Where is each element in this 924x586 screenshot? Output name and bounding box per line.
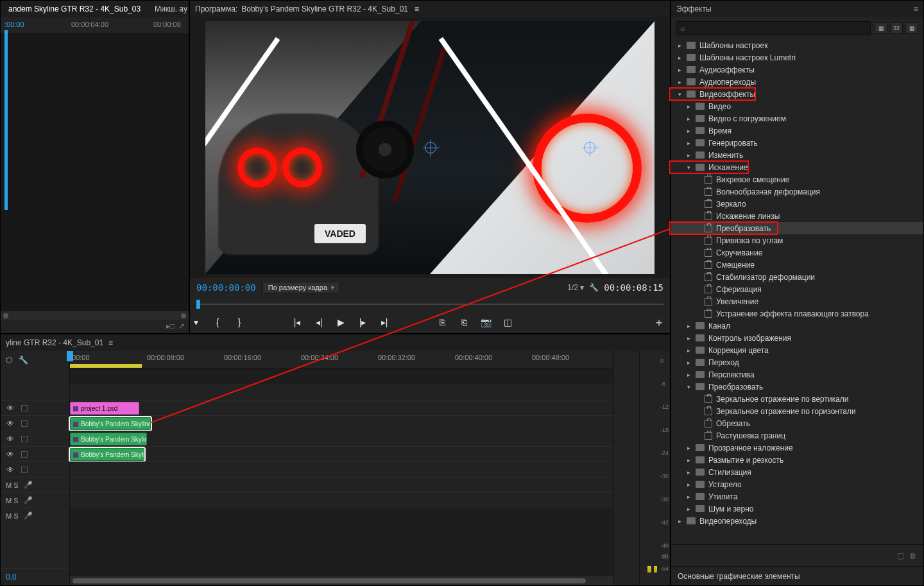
export-frame-icon[interactable]: 📷 <box>480 316 492 328</box>
step-back-icon[interactable]: ◂| <box>313 316 325 328</box>
audio-lane[interactable] <box>70 492 613 508</box>
video-track-header[interactable]: 👁 <box>1 446 69 461</box>
effects-folder[interactable]: ▸Стилизация <box>671 466 923 478</box>
source-tab-1[interactable]: andem Skyline GTR R32 - 4K_Sub_03 <box>4 2 144 16</box>
effects-folder[interactable]: ▸Прозрачное наложение <box>671 442 923 454</box>
eye-icon[interactable]: 👁 <box>6 419 15 428</box>
disclosure-icon[interactable]: ▸ <box>685 469 692 476</box>
video-lane[interactable]: Bobby's Pandem Skyline <box>70 415 613 431</box>
goto-in-icon[interactable]: |◂ <box>291 316 303 328</box>
effects-folder[interactable]: ▸Шум и зерно <box>671 503 923 515</box>
effects-folder[interactable]: ▸Генерировать <box>671 137 923 149</box>
add-button-icon[interactable]: ＋ <box>653 315 665 330</box>
effects-folder[interactable]: ▸Канал <box>671 320 923 332</box>
disclosure-icon[interactable]: ▸ <box>685 140 692 146</box>
source-scrollbar[interactable] <box>1 311 189 320</box>
timeline-clip[interactable]: Bobby's Pandem Skyline <box>70 417 151 430</box>
effects-item[interactable]: Скручивание <box>671 246 923 259</box>
video-track-header[interactable]: 👁 <box>1 400 69 415</box>
effects-item[interactable]: Сферизация <box>671 283 923 295</box>
work-area[interactable] <box>70 364 142 368</box>
zoom-dropdown[interactable]: По размеру кадра ▾ <box>262 282 340 293</box>
video-track-header[interactable]: 👁 <box>1 461 69 477</box>
effects-folder[interactable]: ▾Видеоэффекты <box>671 88 923 100</box>
disclosure-icon[interactable]: ▸ <box>685 359 692 366</box>
disclosure-icon[interactable]: ▸ <box>685 457 692 463</box>
settings-wrench-icon[interactable]: 🔧 <box>589 283 599 292</box>
eye-icon[interactable]: 👁 <box>6 435 15 444</box>
source-tab-2[interactable]: Микш. ау <box>151 2 189 16</box>
effects-folder[interactable]: ▸Видео с погружением <box>671 112 923 125</box>
program-tc-current[interactable]: 00:00:00:00 <box>196 282 256 293</box>
disclosure-icon[interactable]: ▸ <box>676 79 683 85</box>
panel-menu-icon[interactable]: ≡ <box>415 4 419 13</box>
disclosure-icon[interactable]: ▸ <box>685 116 692 122</box>
disclosure-icon[interactable]: ▸ <box>685 445 692 451</box>
disclosure-icon[interactable]: ▾ <box>685 164 692 171</box>
effects-item[interactable]: Смещение <box>671 259 923 271</box>
trash-icon[interactable]: 🗑 <box>909 551 917 560</box>
out-point-icon[interactable]: } <box>234 316 245 328</box>
disclosure-icon[interactable]: ▸ <box>685 506 692 512</box>
play-icon[interactable]: ▶ <box>335 316 346 328</box>
settings-wrench-icon[interactable]: 🔧 <box>19 356 28 365</box>
source-ruler[interactable]: :00:00 00:00:04:00 00:00:08 <box>1 17 189 34</box>
timeline-clip[interactable]: Bobby's Pandem Skylin <box>70 448 144 461</box>
anchor-point-icon[interactable] <box>425 142 436 153</box>
audio-track-header[interactable]: M S🎤 <box>1 477 69 492</box>
disclosure-icon[interactable]: ▸ <box>685 347 692 354</box>
lift-icon[interactable]: ⎘ <box>436 316 448 328</box>
effects-tree[interactable]: ▸Шаблоны настроек▸Шаблоны настроек Lumet… <box>671 39 923 544</box>
effects-folder[interactable]: ▸Контроль изображения <box>671 332 923 344</box>
program-scrub[interactable] <box>196 297 663 311</box>
audio-lane[interactable] <box>70 461 613 477</box>
marker-add-icon[interactable]: ▾ <box>190 316 201 328</box>
disclosure-icon[interactable]: ▸ <box>685 152 692 159</box>
effects-search-input[interactable]: ⌕ <box>676 21 871 35</box>
effects-folder[interactable]: ▸Видеопереходы <box>671 515 923 527</box>
disclosure-icon[interactable]: ▸ <box>685 128 692 134</box>
anchor-point-icon[interactable] <box>584 142 595 153</box>
mic-icon[interactable]: 🎤 <box>24 496 33 504</box>
effects-folder[interactable]: ▸Утилита <box>671 490 923 503</box>
disclosure-icon[interactable]: ▸ <box>685 481 692 488</box>
video-lane[interactable] <box>70 384 613 400</box>
effects-item[interactable]: Искажение линзы <box>671 210 923 222</box>
effects-item[interactable]: Растушевка границ <box>671 429 923 442</box>
effects-folder[interactable]: ▸Переход <box>671 356 923 368</box>
fx-badge-yuv-icon[interactable]: ▦ <box>905 22 918 34</box>
effects-item[interactable]: Зеркальное отражение по горизонтали <box>671 405 923 417</box>
eye-icon[interactable]: 👁 <box>6 404 15 413</box>
source-playhead[interactable] <box>4 30 8 210</box>
effects-folder[interactable]: ▸Шаблоны настроек <box>671 39 923 51</box>
extract-icon[interactable]: ⎗ <box>458 316 470 328</box>
fx-badge-32bit-icon[interactable]: 32 <box>890 22 903 34</box>
effects-folder[interactable]: ▸Размытие и резкость <box>671 454 923 466</box>
effects-folder[interactable]: ▸Изменить <box>671 149 923 161</box>
effects-folder[interactable]: ▸Устарело <box>671 478 923 490</box>
disclosure-icon[interactable]: ▸ <box>676 42 683 49</box>
disclosure-icon[interactable]: ▸ <box>685 494 692 500</box>
effects-folder[interactable]: ▾Преобразовать <box>671 381 923 393</box>
effects-item[interactable]: Вихревое смещение <box>671 173 923 185</box>
effects-item[interactable]: Привязка по углам <box>671 234 923 246</box>
effects-folder[interactable]: ▸Аудиоэффекты <box>671 64 923 76</box>
disclosure-icon[interactable]: ▸ <box>676 518 683 524</box>
audio-lane[interactable] <box>70 477 613 492</box>
in-point-icon[interactable]: { <box>212 316 223 328</box>
timeline-clip[interactable]: Bobby's Pandem Skyline <box>70 433 147 445</box>
effects-folder[interactable]: ▸Аудиопереходы <box>671 76 923 88</box>
disclosure-icon[interactable]: ▸ <box>676 55 683 61</box>
fx-badge-accelerated-icon[interactable]: ▦ <box>875 22 887 34</box>
comparison-icon[interactable]: ◫ <box>502 316 513 328</box>
export-icon[interactable]: ↗ <box>178 322 185 332</box>
mic-icon[interactable]: 🎤 <box>24 481 33 489</box>
effects-folder[interactable]: ▸Время <box>671 125 923 137</box>
timeline-clip[interactable]: project 1.psd <box>70 402 139 415</box>
timeline-ruler[interactable]: :00:0000:00:08:0000:00:16:0000:00:24:000… <box>70 351 613 369</box>
eye-icon[interactable]: 👁 <box>6 465 15 474</box>
timeline-scrollbar-h[interactable] <box>70 576 613 585</box>
effects-item[interactable]: Преобразовать <box>671 222 923 234</box>
disclosure-icon[interactable]: ▾ <box>676 91 683 98</box>
goto-out-icon[interactable]: ▸| <box>379 316 390 328</box>
